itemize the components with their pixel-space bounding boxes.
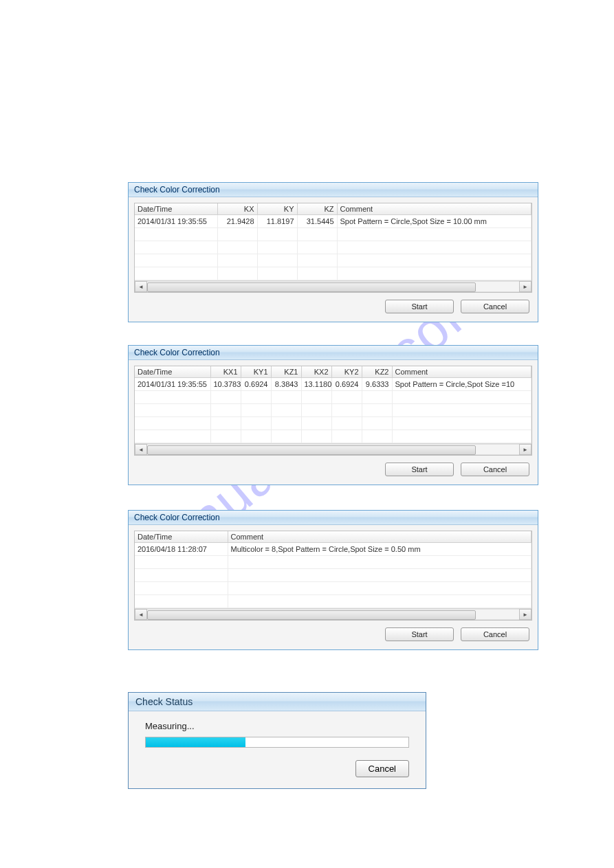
scroll-right-icon[interactable]: ► xyxy=(519,281,531,292)
col-kz2[interactable]: KZ2 xyxy=(362,366,392,378)
cancel-button[interactable]: Cancel xyxy=(461,463,529,476)
table-row xyxy=(135,569,531,582)
cell-kz1: 8.3843 xyxy=(271,378,301,391)
scroll-track[interactable] xyxy=(147,281,519,292)
table-row xyxy=(135,228,531,241)
table-row xyxy=(135,241,531,254)
cell-comment: Spot Pattern = Circle,Spot Size =10 xyxy=(392,378,531,391)
progress-bar xyxy=(145,737,409,748)
button-row: Start Cancel xyxy=(134,621,532,644)
table-row xyxy=(135,254,531,267)
table-row xyxy=(135,595,531,608)
table-header-row: Date/Time KX1 KY1 KZ1 KX2 KY2 KZ2 Commen… xyxy=(135,366,531,378)
scroll-track[interactable] xyxy=(147,609,519,620)
col-comment[interactable]: Comment xyxy=(392,366,531,378)
start-button[interactable]: Start xyxy=(385,627,454,641)
dialog-body: Measuring... Cancel xyxy=(129,711,426,788)
col-datetime[interactable]: Date/Time xyxy=(135,366,210,378)
col-comment[interactable]: Comment xyxy=(228,531,531,543)
table-row[interactable]: 2014/01/31 19:35:55 21.9428 11.8197 31.5… xyxy=(135,215,531,228)
results-table: Date/Time KX1 KY1 KZ1 KX2 KY2 KZ2 Commen… xyxy=(135,366,531,443)
status-label: Measuring... xyxy=(145,721,409,731)
table-header-row: Date/Time KX KY KZ Comment xyxy=(135,203,531,215)
cell-ky2: 0.6924 xyxy=(331,378,362,391)
scroll-track[interactable] xyxy=(147,444,519,455)
horizontal-scrollbar[interactable]: ◄ ► xyxy=(135,280,531,292)
start-button[interactable]: Start xyxy=(385,300,454,313)
table-row xyxy=(135,417,531,430)
dialog-title: Check Color Correction xyxy=(129,511,538,525)
col-ky2[interactable]: KY2 xyxy=(331,366,362,378)
start-button[interactable]: Start xyxy=(385,463,454,476)
scroll-right-icon[interactable]: ► xyxy=(519,444,531,455)
col-kz[interactable]: KZ xyxy=(297,203,337,215)
scroll-left-icon[interactable]: ◄ xyxy=(135,444,147,455)
results-table-wrap: Date/Time Comment 2016/04/18 11:28:07 Mu… xyxy=(134,531,532,621)
cell-datetime: 2014/01/31 19:35:55 xyxy=(135,378,210,391)
cancel-button[interactable]: Cancel xyxy=(461,300,529,313)
results-table: Date/Time KX KY KZ Comment 2014/01/31 19… xyxy=(135,203,531,280)
table-row[interactable]: 2016/04/18 11:28:07 Multicolor = 8,Spot … xyxy=(135,543,531,556)
col-kx2[interactable]: KX2 xyxy=(301,366,331,378)
horizontal-scrollbar[interactable]: ◄ ► xyxy=(135,443,531,455)
scroll-left-icon[interactable]: ◄ xyxy=(135,609,147,620)
table-header-row: Date/Time Comment xyxy=(135,531,531,543)
button-row: Start Cancel xyxy=(134,456,532,479)
col-kx[interactable]: KX xyxy=(217,203,257,215)
dialog-body: Date/Time KX1 KY1 KZ1 KX2 KY2 KZ2 Commen… xyxy=(129,360,538,485)
results-table-wrap: Date/Time KX1 KY1 KZ1 KX2 KY2 KZ2 Commen… xyxy=(134,366,532,456)
dialog-check-status: Check Status Measuring... Cancel xyxy=(128,692,426,789)
col-comment[interactable]: Comment xyxy=(337,203,531,215)
dialog-title: Check Color Correction xyxy=(129,183,538,197)
cell-comment: Spot Pattern = Circle,Spot Size = 10.00 … xyxy=(337,215,531,228)
scroll-thumb[interactable] xyxy=(147,282,476,292)
dialog-title: Check Status xyxy=(129,693,426,711)
cell-ky: 11.8197 xyxy=(257,215,297,228)
dialog-body: Date/Time Comment 2016/04/18 11:28:07 Mu… xyxy=(129,525,538,649)
table-row xyxy=(135,582,531,595)
scroll-thumb[interactable] xyxy=(147,610,476,620)
table-row xyxy=(135,556,531,569)
dialog-title: Check Color Correction xyxy=(129,346,538,360)
col-datetime[interactable]: Date/Time xyxy=(135,531,228,543)
cell-ky1: 0.6924 xyxy=(241,378,271,391)
scroll-right-icon[interactable]: ► xyxy=(519,609,531,620)
results-table-wrap: Date/Time KX KY KZ Comment 2014/01/31 19… xyxy=(134,203,532,293)
table-row[interactable]: 2014/01/31 19:35:55 10.3783 0.6924 8.384… xyxy=(135,378,531,391)
dialog-check-color-correction-1: Check Color Correction Date/Time KX KY K… xyxy=(128,182,538,322)
button-row: Start Cancel xyxy=(134,293,532,316)
cell-datetime: 2014/01/31 19:35:55 xyxy=(135,215,217,228)
dialog-check-color-correction-3: Check Color Correction Date/Time Comment… xyxy=(128,510,538,650)
dialog-body: Date/Time KX KY KZ Comment 2014/01/31 19… xyxy=(129,197,538,322)
cell-kx2: 13.1180 xyxy=(301,378,331,391)
horizontal-scrollbar[interactable]: ◄ ► xyxy=(135,608,531,620)
cell-kx: 21.9428 xyxy=(217,215,257,228)
cell-comment: Multicolor = 8,Spot Pattern = Circle,Spo… xyxy=(228,543,531,556)
col-ky[interactable]: KY xyxy=(257,203,297,215)
scroll-left-icon[interactable]: ◄ xyxy=(135,281,147,292)
cell-kz2: 9.6333 xyxy=(362,378,392,391)
scroll-thumb[interactable] xyxy=(147,445,476,455)
table-row xyxy=(135,430,531,443)
table-row xyxy=(135,404,531,417)
cell-datetime: 2016/04/18 11:28:07 xyxy=(135,543,228,556)
progress-fill xyxy=(146,737,245,747)
cell-kx1: 10.3783 xyxy=(210,378,241,391)
results-table: Date/Time Comment 2016/04/18 11:28:07 Mu… xyxy=(135,531,531,608)
table-row xyxy=(135,391,531,404)
col-ky1[interactable]: KY1 xyxy=(241,366,271,378)
col-kx1[interactable]: KX1 xyxy=(210,366,241,378)
col-datetime[interactable]: Date/Time xyxy=(135,203,217,215)
dialog-check-color-correction-2: Check Color Correction Date/Time KX1 KY1… xyxy=(128,345,538,485)
button-row: Cancel xyxy=(145,760,409,777)
cancel-button[interactable]: Cancel xyxy=(461,627,529,641)
cancel-button[interactable]: Cancel xyxy=(355,760,409,777)
cell-kz: 31.5445 xyxy=(297,215,337,228)
col-kz1[interactable]: KZ1 xyxy=(271,366,301,378)
table-row xyxy=(135,267,531,280)
